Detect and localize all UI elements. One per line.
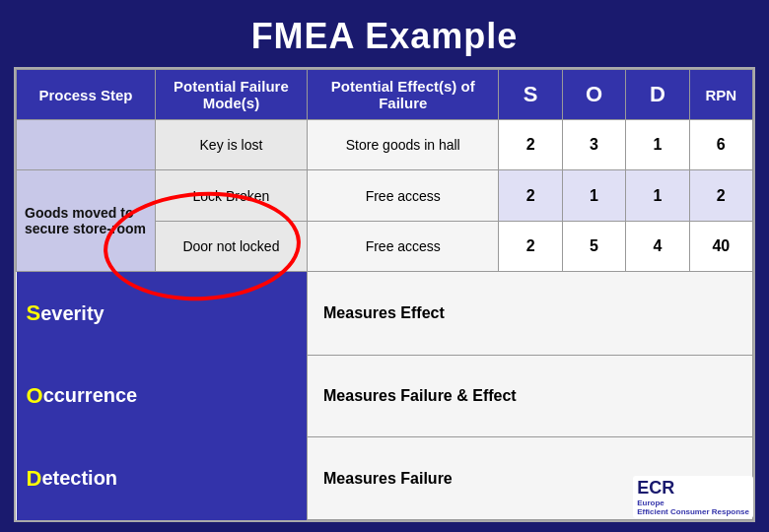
- rpn-1: 6: [689, 120, 752, 170]
- d-2: 1: [626, 170, 689, 221]
- header-o: O: [562, 70, 625, 120]
- rpn-3: 40: [689, 221, 752, 271]
- fmea-table: Process Step Potential Failure Mode(s) P…: [16, 69, 753, 520]
- ecr-brand: ECR: [637, 478, 674, 498]
- header-rpn: RPN: [689, 70, 752, 120]
- process-cell-2: Goods moved to secure store-room: [17, 170, 156, 272]
- header-effect: Potential Effect(s) of Failure: [308, 70, 499, 120]
- header-d: D: [626, 70, 689, 120]
- ecr-tagline: EuropeEfficient Consumer Response: [637, 499, 749, 516]
- failure-mode-2: Lock Broken: [155, 170, 307, 221]
- header-process-step: Process Step: [17, 70, 156, 120]
- o-1: 3: [562, 120, 625, 170]
- table-header-row: Process Step Potential Failure Mode(s) P…: [17, 70, 753, 120]
- table-row: Key is lost Store goods in hall 2 3 1 6: [17, 120, 753, 170]
- d-3: 4: [626, 221, 689, 271]
- page-title: FMEA Example: [14, 10, 755, 67]
- detection-rest: etection: [41, 467, 117, 490]
- severity-rest: everity: [40, 302, 105, 325]
- header-s: S: [499, 70, 562, 120]
- effect-1: Store goods in hall: [308, 120, 499, 170]
- occurrence-description: Measures Failure & Effect: [308, 355, 753, 437]
- failure-mode-3: Door not locked: [155, 221, 307, 271]
- header-failure-mode: Potential Failure Mode(s): [155, 70, 307, 120]
- table-row: Goods moved to secure store-room Lock Br…: [17, 170, 753, 221]
- legend-row-severity: Severity Measures Effect: [17, 272, 753, 356]
- effect-3: Free access: [308, 221, 499, 271]
- effect-2: Free access: [308, 170, 499, 221]
- fmea-table-wrapper: Process Step Potential Failure Mode(s) P…: [14, 67, 755, 522]
- rpn-2: 2: [689, 170, 752, 221]
- failure-mode-1: Key is lost: [155, 120, 307, 170]
- occurrence-first: O: [27, 383, 43, 409]
- severity-description: Measures Effect: [308, 272, 753, 356]
- severity-first: S: [27, 300, 41, 326]
- o-2: 1: [562, 170, 625, 221]
- occurrence-rest: ccurrence: [43, 384, 138, 407]
- o-3: 5: [562, 221, 625, 271]
- ecr-logo: ECR EuropeEfficient Consumer Response: [633, 476, 753, 518]
- page-container: FMEA Example Process Step Potential Fail…: [0, 0, 769, 532]
- process-cell-1: [17, 120, 156, 170]
- s-2: 2: [499, 170, 562, 221]
- detection-first: D: [27, 466, 42, 492]
- s-1: 2: [499, 120, 562, 170]
- legend-row-occurrence: Occurrence Measures Failure & Effect: [17, 355, 753, 437]
- d-1: 1: [626, 120, 689, 170]
- s-3: 2: [499, 221, 562, 271]
